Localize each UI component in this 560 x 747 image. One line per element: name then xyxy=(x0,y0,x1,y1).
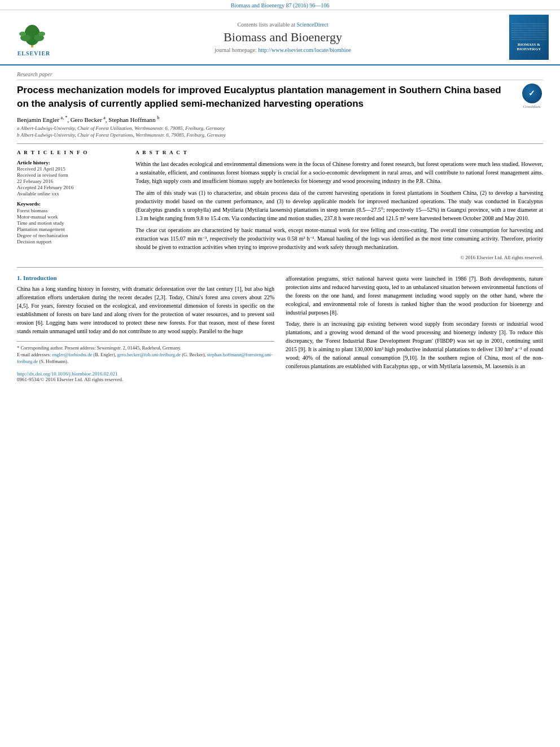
main-content: Research paper Process mechanization mod… xyxy=(0,65,560,388)
crossmark-icon: ✓ xyxy=(522,84,542,103)
issn-line: 0961-9534/© 2016 Elsevier Ltd. All right… xyxy=(17,377,274,382)
keyword-1: Forest biomass xyxy=(17,208,127,213)
intro-left-text: China has a long standing history in for… xyxy=(17,285,274,335)
authors: Benjamin Engler a, *, Gero Becker a, Ste… xyxy=(17,115,543,123)
elsevier-logo: ELSEVIER xyxy=(11,18,56,56)
article-history: Article history: Received 21 April 2015 … xyxy=(17,160,127,196)
journal-name: Biomass and Bioenergy xyxy=(62,30,504,45)
affiliation-b: b Albert-Ludwigs-University, Chair of Fo… xyxy=(17,132,543,138)
email2-link[interactable]: gero.becker@fob.uni-freiburg.de xyxy=(117,352,181,357)
svg-point-5 xyxy=(38,32,45,36)
abstract-col: A B S T R A C T Within the last decades … xyxy=(135,150,543,260)
keyword-3: Time and motion study xyxy=(17,220,127,226)
article-info-abstract: A R T I C L E I N F O Article history: R… xyxy=(17,150,543,260)
journal-header: ELSEVIER Contents lists available at Sci… xyxy=(0,10,560,65)
intro-para-1: China has a long standing history in for… xyxy=(17,285,274,335)
crossmark-text: CrossMark xyxy=(523,104,540,109)
homepage-link: journal homepage: http://www.elsevier.co… xyxy=(62,47,504,53)
history-label: Article history: xyxy=(17,160,127,165)
journal-title-area: Contents lists available at ScienceDirec… xyxy=(62,21,504,53)
email1-link[interactable]: engler@forbiodss.de xyxy=(52,352,92,357)
intro-para-right-2: Today, there is an increasing gap existi… xyxy=(286,320,543,370)
abstract-heading: A B S T R A C T xyxy=(135,150,543,155)
keyword-4: Plantation management xyxy=(17,226,127,232)
homepage-anchor[interactable]: http://www.elsevier.com/locate/biombioe xyxy=(258,47,351,53)
revised-label: Received in revised form xyxy=(17,172,127,178)
science-direct-link: Contents lists available at ScienceDirec… xyxy=(62,21,504,28)
full-section-divider xyxy=(17,267,543,268)
crossmark: ✓ CrossMark xyxy=(520,84,543,109)
section-divider xyxy=(17,143,543,144)
available-date: Available online xxx xyxy=(17,191,127,196)
article-info-heading: A R T I C L E I N F O xyxy=(17,150,127,155)
journal-citation: Biomass and Bioenergy 87 (2016) 96—106 xyxy=(0,0,560,10)
keyword-6: Decision support xyxy=(17,239,127,244)
keyword-5: Degree of mechanization xyxy=(17,233,127,238)
abstract-para-1: Within the last decades ecological and e… xyxy=(135,160,543,185)
article-title-section: Process mechanization models for improve… xyxy=(17,84,543,111)
intro-para-right-1: afforestation programs, strict national … xyxy=(286,274,543,317)
doi-section: http://dx.doi.org/10.1016/j.biombioe.201… xyxy=(17,370,274,382)
email-footnote: E-mail addresses: engler@forbiodss.de (B… xyxy=(17,352,274,365)
revised-date: 22 February 2016 xyxy=(17,178,127,184)
article-title: Process mechanization models for improve… xyxy=(17,84,512,111)
science-direct-anchor[interactable]: ScienceDirect xyxy=(296,21,328,28)
received-date: Received 21 April 2015 xyxy=(17,166,127,172)
keyword-2: Motor-manual work xyxy=(17,214,127,220)
body-right-col: afforestation programs, strict national … xyxy=(286,274,543,382)
keywords-label: Keywords: xyxy=(17,201,127,207)
body-left-col: 1. Introduction China has a long standin… xyxy=(17,274,274,382)
article-info-col: A R T I C L E I N F O Article history: R… xyxy=(17,150,127,260)
journal-cover: BIOMASS & BIOENERGY xyxy=(509,15,549,60)
accepted-date: Accepted 24 February 2016 xyxy=(17,185,127,190)
corresponding-author: * Corresponding author. Present address:… xyxy=(17,345,274,352)
intro-title: 1. Introduction xyxy=(17,274,274,281)
cover-title: BIOMASS & BIOENERGY xyxy=(517,42,541,52)
affiliation-a: a Albert-Ludwigs-University, Chair of Fo… xyxy=(17,125,543,131)
copyright-notice: © 2016 Elsevier Ltd. All rights reserved… xyxy=(135,255,543,260)
abstract-text: Within the last decades ecological and e… xyxy=(135,160,543,251)
svg-point-4 xyxy=(19,32,26,36)
elsevier-text: ELSEVIER xyxy=(18,50,51,56)
abstract-para-2: The aim of this study was (1) to charact… xyxy=(135,189,543,222)
intro-right-text: afforestation programs, strict national … xyxy=(286,274,543,370)
article-type-label: Research paper xyxy=(17,71,543,80)
abstract-para-3: The clear cut operations are characteriz… xyxy=(135,226,543,251)
body-content: 1. Introduction China has a long standin… xyxy=(17,274,543,382)
doi-link[interactable]: http://dx.doi.org/10.1016/j.biombioe.201… xyxy=(17,371,118,377)
footnote-section: * Corresponding author. Present address:… xyxy=(17,341,274,365)
